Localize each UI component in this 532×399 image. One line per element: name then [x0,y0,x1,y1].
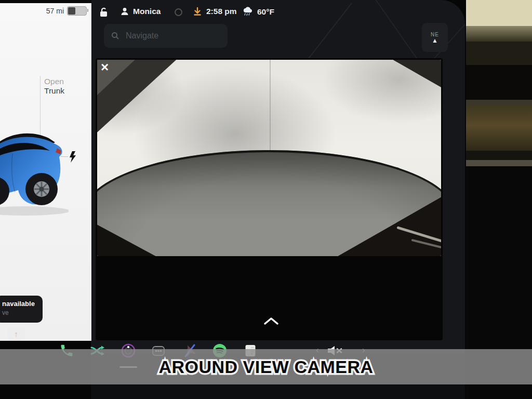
vehicle-sidebar: 57 mi Open Trunk [0,3,91,341]
wall-seam [270,60,271,158]
caption-text: AROUND VIEW CAMERA AROUND VIEW CAMERA [158,357,373,377]
temperature-label: 60°F [257,7,274,17]
software-update[interactable] [193,6,202,17]
close-camera-button[interactable]: × [101,59,109,75]
charge-port-line [61,156,68,157]
weather: 60°F [242,7,274,17]
open-trunk-control[interactable]: Open Trunk [44,77,64,96]
battery-nub [87,9,89,12]
tooltip-line2: ve [2,309,38,316]
battery-icon [67,6,87,16]
dash-band [466,151,532,160]
hint-line [40,76,41,135]
battery-fill [68,7,75,15]
tesla-dashboard-photo: Monica 2:58 pm [0,0,532,399]
hint-action: Open [44,77,64,86]
time-label: 2:58 pm [206,7,237,16]
caption-fill: AROUND VIEW CAMERA [158,357,373,377]
lock-unlocked-icon [99,7,109,18]
search-placeholder: Navigate [126,31,158,41]
ring-icon [174,8,183,17]
profile-icon [120,7,129,16]
windshield-light [466,0,532,26]
download-icon [193,6,202,17]
dash-band [466,42,532,65]
status-tooltip: navailable ve [0,296,43,323]
dash-band [466,160,532,166]
status-ring[interactable] [174,8,183,17]
dash-band [466,100,532,105]
clock: 2:58 pm [206,7,237,16]
tooltip-line1: navailable [2,300,38,308]
driver-name: Monica [133,7,161,16]
up-arrow-icon: ↑ [14,329,18,338]
range-label: 57 mi [46,7,64,15]
hint-target: Trunk [44,86,64,96]
driver-profile[interactable]: Monica [120,7,161,16]
compass-arrow-icon: ▲ [432,37,438,44]
navigate-search[interactable]: Navigate [104,24,228,48]
rear-camera-feed [97,60,441,256]
map-road [303,3,352,64]
dash-top-edge [466,26,532,42]
cloud-rain-icon [242,7,254,17]
battery-range: 57 mi [46,6,87,16]
lightning-bolt-icon[interactable] [69,151,77,163]
compass-heading: NE [431,32,439,37]
lock-status[interactable] [99,7,109,18]
camera-panel: × [96,58,443,340]
wood-trim [466,105,532,151]
dash-band [466,65,532,100]
photo-caption-banner: AROUND VIEW CAMERA AROUND VIEW CAMERA [0,349,532,384]
vehicle-render [0,128,69,219]
compass-badge[interactable]: NE ▲ [422,23,448,52]
search-icon [111,32,119,40]
chevron-up-icon[interactable] [263,317,279,325]
